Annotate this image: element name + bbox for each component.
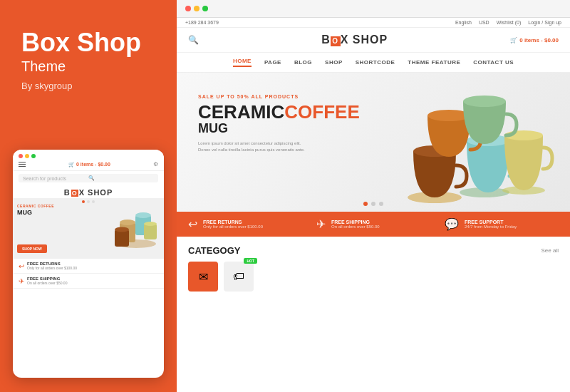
mobile-dot-green xyxy=(31,154,36,158)
nav-home[interactable]: HOME xyxy=(233,58,252,67)
mobile-logo-box: O xyxy=(71,190,78,197)
store-cart[interactable]: 🛒 0 items - $0.00 xyxy=(510,37,559,43)
app-author: By skygroup xyxy=(21,81,155,91)
mobile-dot-3[interactable] xyxy=(92,200,95,203)
browser-dot-yellow xyxy=(194,6,200,11)
nav-theme-feature[interactable]: THEME FEATURE xyxy=(408,59,460,66)
hero-dot-1[interactable] xyxy=(363,202,368,206)
mobile-shop-button[interactable]: SHOP NOW xyxy=(17,244,47,253)
store-topbar-right: English USD Wishlist (0) Login / Sign up xyxy=(455,20,561,25)
support-icon: 💬 xyxy=(445,217,459,231)
hero-dot-3[interactable] xyxy=(379,202,383,206)
features-bar: ↩ FREE RETURNS Only for all orders over … xyxy=(177,212,570,237)
mobile-cups-image xyxy=(111,201,161,254)
returns-icon: ↩ xyxy=(188,217,197,231)
app-subtitle: Theme xyxy=(21,58,155,75)
store-language[interactable]: English xyxy=(455,20,472,25)
feature-support: 💬 FREE SUPPORT 24/7 from Monday to Frida… xyxy=(445,217,559,231)
category-items: ✉ 🏷 HOT xyxy=(188,262,559,292)
category-section: CATEGOGY See all ✉ 🏷 HOT xyxy=(177,237,570,300)
category-item-1[interactable]: ✉ xyxy=(188,262,218,292)
returns-desc: Only for all orders over $100.00 xyxy=(203,225,263,229)
hero-title-part1: CERAMIC xyxy=(198,101,284,123)
store-logo: BOX SHOP xyxy=(321,33,388,46)
right-panel: +189 284 3679 English USD Wishlist (0) L… xyxy=(177,0,570,392)
store-topbar: +189 284 3679 English USD Wishlist (0) L… xyxy=(177,18,570,28)
hero-slide-dots xyxy=(363,202,383,206)
browser-chrome xyxy=(177,0,570,18)
hamburger-icon[interactable] xyxy=(19,162,26,167)
mobile-logo: BOX SHOP xyxy=(13,185,164,198)
hero-sale-text: SALE UP TO 50% ALL PRODUCTS xyxy=(198,94,360,99)
category-see-all[interactable]: See all xyxy=(542,247,559,254)
mobile-shipping-icon: ✈ xyxy=(19,277,24,285)
store-currency[interactable]: USD xyxy=(479,20,489,25)
browser-dot-green xyxy=(202,6,208,11)
header-search-icon[interactable]: 🔍 xyxy=(188,35,199,45)
nav-contact[interactable]: CONTACT US xyxy=(473,59,514,66)
store-hero: SALE UP TO 50% ALL PRODUCTS CERAMICCOFFE… xyxy=(177,73,570,212)
svg-point-2 xyxy=(120,220,135,225)
browser-dot-red xyxy=(185,6,191,11)
support-title: FREE SUPPORT xyxy=(465,220,517,225)
mobile-feature-shipping: ✈ FREE SHIPPING On all orders over $50.0… xyxy=(13,274,164,289)
nav-shortcode[interactable]: SHORTCODE xyxy=(356,59,395,66)
mobile-window-dots xyxy=(19,154,158,158)
feature-shipping: ✈ FREE SHIPPING On all orders over $50.0… xyxy=(316,217,430,231)
mobile-banner-eyebrow: CERAMIC COFFEE xyxy=(17,204,54,208)
store-login[interactable]: Login / Sign up xyxy=(528,20,561,25)
category-header: CATEGOGY See all xyxy=(188,245,559,256)
app-title: Box Shop xyxy=(21,29,155,57)
browser-window-dots xyxy=(185,6,208,11)
mobile-header-row: 🛒 0 items - $0.00 ⚙ xyxy=(19,161,158,167)
hero-main-title: CERAMICCOFFEE xyxy=(198,102,360,123)
mobile-dot-2[interactable] xyxy=(87,200,90,203)
svg-point-16 xyxy=(463,96,506,107)
hero-text-area: SALE UP TO 50% ALL PRODUCTS CERAMICCOFFE… xyxy=(198,94,360,153)
mobile-search-icon[interactable]: 🔍 xyxy=(88,175,154,181)
store-header: 🔍 BOX SHOP 🛒 0 items - $0.00 xyxy=(177,28,570,53)
settings-icon[interactable]: ⚙ xyxy=(153,161,158,167)
store-phone: +189 284 3679 xyxy=(185,20,219,25)
left-panel: Box Shop Theme By skygroup 🛒 0 items - $… xyxy=(0,0,177,392)
category-icon-1: ✉ xyxy=(199,270,208,284)
store-nav: HOME PAGE BLOG SHOP SHORTCODE THEME FEAT… xyxy=(177,53,570,73)
nav-page[interactable]: PAGE xyxy=(264,59,281,66)
mobile-dot-red xyxy=(19,154,23,158)
store-logo-box: O xyxy=(331,36,341,46)
hero-title-line2: MUG xyxy=(198,121,228,135)
hero-dot-2[interactable] xyxy=(371,202,375,206)
nav-blog[interactable]: BLOG xyxy=(294,59,312,66)
shipping-desc: On all orders over $50.00 xyxy=(331,225,380,229)
mobile-returns-icon: ↩ xyxy=(19,262,24,270)
mobile-banner-title: MUG xyxy=(17,209,32,217)
mobile-mockup: 🛒 0 items - $0.00 ⚙ Search for products … xyxy=(13,150,164,378)
mobile-dot-yellow xyxy=(25,154,29,158)
mobile-cart[interactable]: 🛒 0 items - $0.00 xyxy=(68,162,110,167)
hero-title-orange: COFFEE xyxy=(284,101,359,123)
returns-title: FREE RETURNS xyxy=(203,220,263,225)
mobile-search-bar[interactable]: Search for products 🔍 xyxy=(19,174,158,182)
hero-description: Lorem ipsum dolor sit amet consectetur a… xyxy=(198,140,312,153)
mobile-dot-1[interactable] xyxy=(82,200,85,203)
feature-returns: ↩ FREE RETURNS Only for all orders over … xyxy=(188,217,302,231)
hot-badge: HOT xyxy=(244,258,257,264)
svg-point-4 xyxy=(135,212,151,218)
svg-rect-5 xyxy=(115,229,129,247)
mobile-top-bar: 🛒 0 items - $0.00 ⚙ xyxy=(13,150,164,171)
store-wishlist[interactable]: Wishlist (0) xyxy=(497,20,522,25)
mobile-returns-desc: Only for all orders over $100.00 xyxy=(27,266,77,270)
hero-cups-image xyxy=(392,80,556,208)
mobile-shipping-desc: On all orders over $50.00 xyxy=(27,281,67,285)
mobile-banner: CERAMIC COFFEE MUG SHOP NOW xyxy=(13,198,164,259)
category-icon-2: 🏷 xyxy=(233,270,244,283)
svg-point-6 xyxy=(115,227,129,232)
mobile-search-placeholder: Search for products xyxy=(23,176,88,181)
svg-rect-7 xyxy=(144,224,157,239)
category-item-2[interactable]: 🏷 HOT xyxy=(224,262,254,292)
category-title: CATEGOGY xyxy=(188,245,240,256)
nav-shop[interactable]: SHOP xyxy=(325,59,343,66)
shipping-icon: ✈ xyxy=(316,217,326,231)
support-desc: 24/7 from Monday to Friday xyxy=(465,225,517,229)
store-cart-label: 0 items - $0.00 xyxy=(519,37,559,43)
